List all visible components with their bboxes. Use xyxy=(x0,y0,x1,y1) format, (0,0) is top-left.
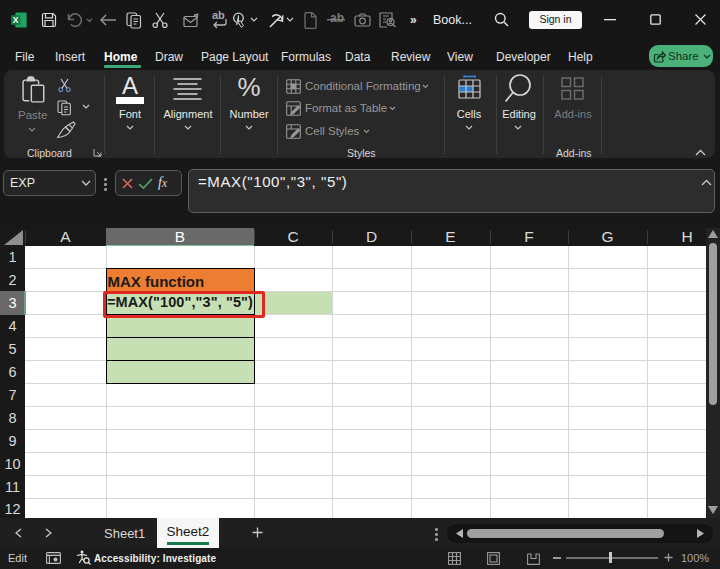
svg-text:X: X xyxy=(13,15,19,25)
